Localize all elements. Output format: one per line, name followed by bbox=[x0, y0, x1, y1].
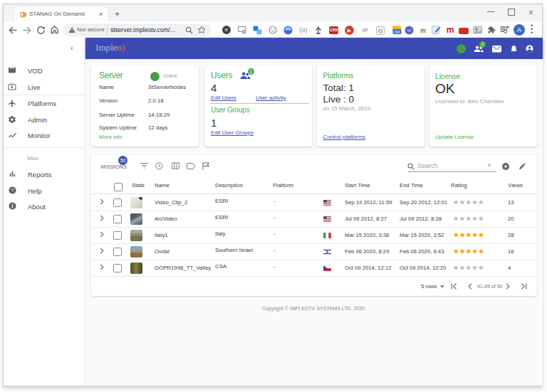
svg-text:W: W bbox=[407, 28, 412, 33]
svg-text:OFF: OFF bbox=[394, 31, 400, 34]
svg-text:?: ? bbox=[11, 188, 14, 193]
